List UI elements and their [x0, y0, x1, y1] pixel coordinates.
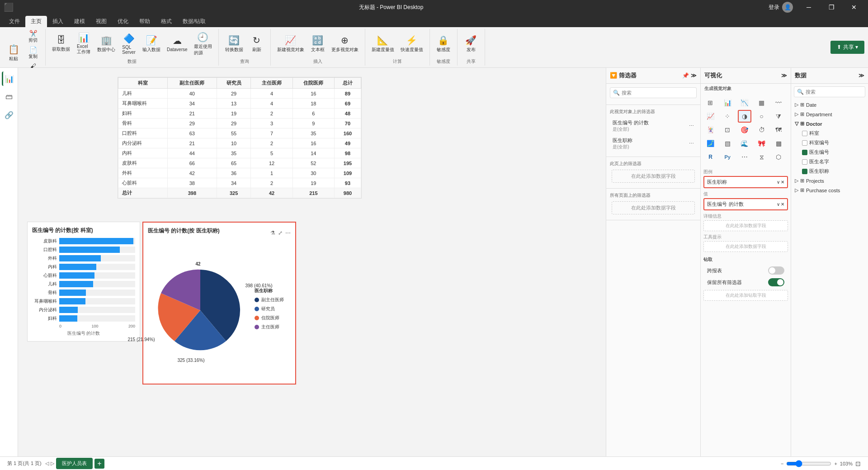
viz-icon-line[interactable]: 📈 — [703, 110, 717, 123]
viz-icon-scatter[interactable]: ⁘ — [721, 110, 734, 123]
viz-icon-card[interactable]: 🃏 — [703, 123, 717, 136]
tab-file[interactable]: 文件 — [4, 16, 25, 27]
page-next-icon[interactable]: ▷ — [51, 461, 54, 466]
sidebar-model-icon[interactable]: 🔗 — [2, 108, 16, 122]
viz-icon-more2[interactable]: ⧖ — [755, 151, 769, 163]
minimize-button[interactable]: ─ — [798, 0, 819, 14]
viz-value-chevron[interactable]: ∨ — [777, 202, 780, 207]
viz-legend-value[interactable]: 医生职称 ∨ ✕ — [703, 176, 788, 188]
data-hub-button[interactable]: 🏢 数据中心 — [94, 33, 118, 55]
new-visual-button[interactable]: 📈 新建视觉对象 — [274, 33, 307, 55]
tree-child-doctor-id[interactable]: 医生编号 — [791, 147, 868, 157]
zoom-in-icon[interactable]: + — [834, 461, 837, 466]
fit-page-icon[interactable]: ⊡ — [855, 460, 861, 467]
viz-icon-ribbon[interactable]: 🎀 — [755, 137, 769, 150]
checkbox-doctor-name[interactable] — [802, 159, 807, 165]
drill-add-field[interactable]: 在此处添加钻取字段 — [703, 290, 788, 301]
checkbox-doctor-title[interactable] — [802, 169, 807, 174]
tab-view[interactable]: 视图 — [90, 16, 112, 27]
restore-button[interactable]: ❐ — [821, 0, 842, 14]
tree-projects[interactable]: ▷ ⊞ Projects — [791, 176, 868, 185]
quick-measure-button[interactable]: ⚡ 快速度量值 — [398, 33, 426, 55]
pie-maximize-icon[interactable]: ⤢ — [278, 230, 283, 236]
data-panel-expand[interactable]: ≫ — [859, 72, 864, 79]
viz-icon-more3[interactable]: ⬡ — [772, 151, 785, 163]
filter-item2-more-icon[interactable]: ⋯ — [689, 141, 694, 147]
page-filter-add-field[interactable]: 在此处添加数据字段 — [612, 170, 695, 183]
viz-icon-area[interactable]: 〰 — [772, 96, 785, 109]
page-prev-icon[interactable]: ◁ — [45, 461, 49, 466]
keep-filters-toggle[interactable] — [768, 278, 784, 286]
filter-search-box[interactable]: 🔍 — [610, 87, 697, 98]
all-filter-add-field[interactable]: 在此处添加数据字段 — [612, 201, 695, 214]
pie-filter-icon[interactable]: ⚗ — [270, 230, 275, 236]
tab-model[interactable]: 建模 — [69, 16, 90, 27]
cross-report-toggle[interactable] — [768, 266, 784, 275]
textbox-button[interactable]: 🔡 文本框 — [308, 33, 328, 55]
viz-legend-chevron[interactable]: ∨ — [777, 180, 780, 185]
transform-data-button[interactable]: 🔄 转换数据 — [222, 33, 246, 55]
recent-sources-button[interactable]: 🕘 最近使用的源 — [191, 30, 215, 58]
viz-icon-donut[interactable]: ○ — [755, 110, 769, 123]
tree-date[interactable]: ▷ ⊞ Date — [791, 100, 868, 109]
tree-department[interactable]: ▷ ⊞ Department — [791, 109, 868, 119]
viz-icon-py[interactable]: Py — [721, 151, 734, 163]
viz-icon-waterfall[interactable]: 🌊 — [738, 137, 751, 150]
zoom-out-icon[interactable]: − — [781, 461, 783, 466]
dataverse-button[interactable]: ☁ Dataverse — [164, 33, 190, 54]
viz-icon-col[interactable]: 📉 — [738, 96, 751, 109]
viz-icon-filledmap[interactable]: 🗾 — [703, 137, 717, 150]
filter-expand-icon[interactable]: ≫ — [691, 72, 697, 79]
refresh-button[interactable]: ↻ 刷新 — [247, 33, 267, 55]
viz-icon-table[interactable]: ⊞ — [703, 96, 717, 109]
get-data-button[interactable]: 🗄 获取数据 — [49, 33, 73, 54]
sidebar-report-icon[interactable]: 📊 — [2, 71, 16, 86]
close-button[interactable]: ✕ — [844, 0, 864, 14]
tab-format[interactable]: 格式 — [156, 16, 177, 27]
cut-button[interactable]: ✂️剪切 — [24, 29, 42, 44]
viz-value-clear[interactable]: ✕ — [781, 202, 784, 207]
tree-doctor[interactable]: ▽ ⊞ Doctor — [791, 119, 868, 128]
tab-home[interactable]: 主页 — [25, 16, 47, 27]
pie-more-icon[interactable]: ⋯ — [285, 230, 291, 236]
publish-button[interactable]: 🚀 发布 — [461, 33, 481, 55]
tree-child-dept-id[interactable]: 科室编号 — [791, 138, 868, 147]
data-search-input[interactable] — [806, 89, 868, 95]
checkbox-dept-id[interactable] — [802, 140, 807, 146]
paste-button[interactable]: 📋 粘贴 — [4, 42, 24, 64]
new-measure-button[interactable]: 📐 新建度量值 — [369, 33, 397, 55]
viz-icon-kpi[interactable]: 🎯 — [738, 123, 751, 136]
tab-optimize[interactable]: 优化 — [112, 16, 134, 27]
checkbox-dept[interactable] — [802, 131, 807, 136]
viz-icon-pie[interactable]: ◑ — [738, 110, 751, 123]
filter-item-doctor-count[interactable]: 医生编号 的计数 是(全部) ⋯ — [610, 118, 697, 134]
more-visuals-button[interactable]: ⊕ 更多视觉对象 — [329, 33, 361, 55]
viz-tooltip-empty[interactable]: 在此处添加数据字段 — [703, 241, 788, 252]
filter-item-doctor-title[interactable]: 医生职称 是(全部) ⋯ — [610, 135, 697, 152]
tab-data-drill[interactable]: 数据/钻取 — [177, 16, 211, 27]
viz-value-value[interactable]: 医生编号 的计数 ∨ ✕ — [703, 198, 788, 210]
viz-detail-empty[interactable]: 在此处添加数据字段 — [703, 220, 788, 231]
sidebar-data-icon[interactable]: 🗃 — [2, 90, 16, 104]
filter-pin-icon[interactable]: 📌 — [682, 72, 689, 79]
viz-icon-more1[interactable]: ⋯ — [738, 151, 751, 163]
login-button[interactable]: 登录 👤 — [769, 2, 793, 13]
sensitivity-button[interactable]: 🔒 敏感度 — [434, 33, 453, 55]
filter-item-more-icon[interactable]: ⋯ — [689, 123, 694, 129]
viz-icon-treemap[interactable]: ▧ — [721, 137, 734, 150]
zoom-slider[interactable] — [786, 460, 831, 467]
viz-icon-multicard[interactable]: ⊡ — [721, 123, 734, 136]
viz-icon-stacked[interactable]: ▦ — [755, 96, 769, 109]
viz-expand-icon[interactable]: ≫ — [781, 72, 787, 79]
tab-help[interactable]: 帮助 — [134, 16, 156, 27]
add-page-button[interactable]: + — [94, 459, 104, 469]
page-tab-nurses[interactable]: 医护人员表 — [56, 458, 93, 469]
viz-icon-bar[interactable]: 📊 — [721, 96, 734, 109]
tree-child-doctor-title[interactable]: 医生职称 — [791, 166, 868, 176]
input-data-button[interactable]: 📝 输入数据 — [140, 33, 163, 55]
checkbox-doctor-id[interactable] — [802, 150, 807, 155]
share-button[interactable]: ⬆ 共享 ▾ — [830, 41, 864, 54]
tree-child-dept[interactable]: 科室 — [791, 128, 868, 138]
viz-icon-matrix[interactable]: ▩ — [772, 137, 785, 150]
sql-button[interactable]: 🔷 SQLServer — [119, 31, 139, 57]
